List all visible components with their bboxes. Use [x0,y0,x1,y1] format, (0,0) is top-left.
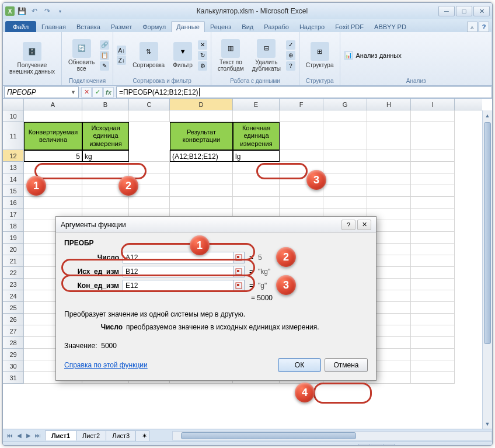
row-17[interactable]: 17 [3,209,23,220]
dialog-title-bar[interactable]: Аргументы функции ? ✕ [56,217,376,233]
cell-B11[interactable]: Исходная единица измерения [82,122,129,150]
row-21[interactable]: 21 [3,255,23,267]
cell-G11[interactable] [323,122,367,150]
row-19[interactable]: 19 [3,232,23,244]
zoom-level[interactable]: 100% [399,445,416,446]
cell-E10[interactable] [233,110,280,122]
tab-nav-prev-icon[interactable]: ◀ [15,431,24,440]
tab-developer[interactable]: Разрабо [259,21,294,32]
edit-links-icon[interactable]: ✎ [100,61,109,71]
cancel-button[interactable]: Отмена [325,358,368,372]
cell-I18[interactable] [411,220,455,232]
cell-G14[interactable] [323,173,367,185]
outline-button[interactable]: ⊞Структура [303,40,336,70]
row-12[interactable]: 12 [3,150,23,162]
cell-I10[interactable] [411,110,455,122]
row-27[interactable]: 27 [3,325,23,337]
cell-D15[interactable] [170,185,233,197]
scroll-down-icon[interactable]: ▼ [483,419,492,429]
qat-save-icon[interactable]: 💾 [16,5,27,17]
qat-more-icon[interactable]: ▾ [54,5,66,17]
cell-F11[interactable] [280,122,323,150]
tab-home[interactable]: Главная [36,21,71,32]
cell-E13[interactable] [233,162,280,173]
tab-file[interactable]: Файл [5,21,36,32]
arg2-refedit-button[interactable] [233,266,245,277]
col-G[interactable]: G [323,99,367,110]
cell-E12[interactable]: lg [233,150,280,162]
row-20[interactable]: 20 [3,244,23,255]
col-C[interactable]: C [129,99,170,110]
row-28[interactable]: 28 [3,337,23,349]
whatif-icon[interactable]: ？ [286,61,295,71]
cell-H16[interactable] [367,197,411,209]
cell-A14[interactable] [24,173,82,185]
filter-button[interactable]: ▼Фильтр [170,40,196,70]
cell-F10[interactable] [280,110,323,122]
cell-F12[interactable] [280,150,323,162]
cell-D16[interactable] [170,197,233,209]
cell-I29[interactable] [411,349,455,360]
tab-addins[interactable]: Надстро [294,21,330,32]
sheet-tab-3[interactable]: Лист3 [106,430,136,440]
cell-F15[interactable] [280,185,323,197]
clear-filter-icon[interactable]: ✕ [198,40,207,50]
cell-I31[interactable] [411,372,455,384]
reapply-icon[interactable]: ↻ [198,51,207,60]
row-26[interactable]: 26 [3,314,23,325]
advanced-icon[interactable]: ⚙ [198,61,207,71]
sort-button[interactable]: ⇅Сортировка [130,40,168,70]
cell-A16[interactable] [24,197,82,209]
view-normal-button[interactable] [358,444,370,446]
row-25[interactable]: 25 [3,302,23,314]
cell-H11[interactable] [367,122,411,150]
ok-button[interactable]: ОК [278,358,321,372]
cell-G12[interactable] [323,150,367,162]
scroll-up-icon[interactable]: ▲ [483,110,492,120]
qat-redo-icon[interactable]: ↷ [41,5,53,17]
cell-B13[interactable] [82,162,129,173]
tab-insert[interactable]: Вставка [71,21,106,32]
chevron-down-icon[interactable]: ▼ [71,89,76,95]
cell-I19[interactable] [411,232,455,244]
cell-G13[interactable] [323,162,367,173]
select-all-corner[interactable] [3,99,24,110]
tab-formulas[interactable]: Формул [137,21,171,32]
arg3-input[interactable] [123,280,233,291]
dialog-close-button[interactable]: ✕ [357,220,371,230]
cell-G15[interactable] [323,185,367,197]
tab-abbyy[interactable]: ABBYY PD [369,21,412,32]
arg1-refedit-button[interactable] [233,252,245,263]
cell-A11[interactable]: Конвертируемая величина [24,122,82,150]
maximize-button[interactable]: □ [456,6,472,16]
arg3-refedit-button[interactable] [233,280,245,291]
insert-function-button[interactable]: fx [103,87,114,98]
text-to-columns-button[interactable]: ▥Текст по столбцам [215,37,247,74]
cell-I30[interactable] [411,360,455,372]
tab-data[interactable]: Данные [171,21,205,32]
row-14[interactable]: 14 [3,173,23,185]
cell-I22[interactable] [411,267,455,279]
remove-duplicates-button[interactable]: ⊟Удалить дубликаты [249,37,284,74]
col-A[interactable]: A [24,99,82,110]
sort-desc-icon[interactable]: Z↓ [117,55,126,65]
cell-E11[interactable]: Конечная единица измерения [233,122,280,150]
tab-nav-last-icon[interactable]: ⏭ [33,431,43,440]
cell-D11[interactable]: Результат конвертации [170,122,233,150]
cell-I24[interactable] [411,290,455,302]
cell-C15[interactable] [129,185,170,197]
col-D[interactable]: D [170,99,233,110]
cell-I27[interactable] [411,325,455,337]
cell-C13[interactable] [129,162,170,173]
sort-asc-icon[interactable]: A↓ [117,46,126,55]
cell-B16[interactable] [82,197,129,209]
cell-B10[interactable] [82,110,129,122]
col-I[interactable]: I [411,99,455,110]
cancel-formula-button[interactable]: ✕ [81,87,92,98]
horizontal-scrollbar[interactable] [172,431,492,440]
row-15[interactable]: 15 [3,185,23,197]
cell-I17[interactable] [411,209,455,220]
vertical-scrollbar[interactable]: ▲ ▼ [482,110,492,429]
cell-G10[interactable] [323,110,367,122]
sheet-tab-1[interactable]: Лист1 [45,430,76,440]
